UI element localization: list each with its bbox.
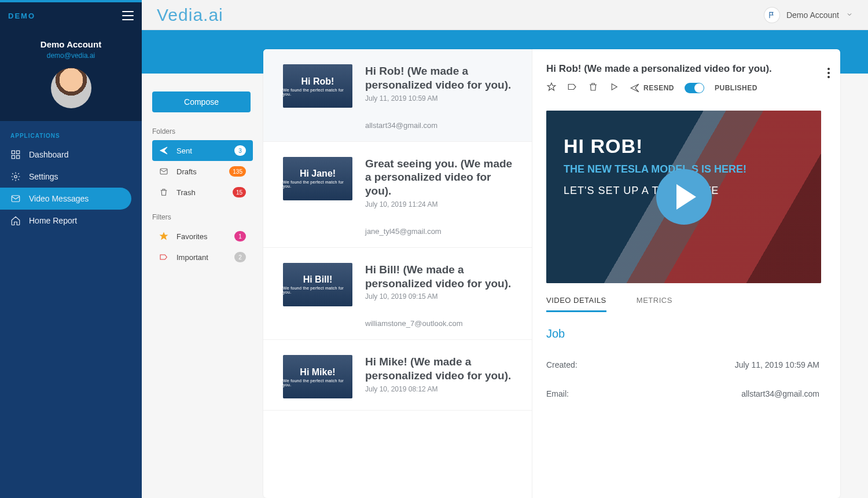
folder-label: Drafts: [176, 167, 197, 176]
kv-key: Email:: [546, 389, 569, 398]
main-panel: Hi Rob!We found the perfect match for yo…: [263, 49, 840, 498]
section-heading: Job: [546, 327, 824, 340]
home-icon: [10, 215, 21, 226]
folder-badge: 135: [229, 166, 246, 177]
message-date: July 10, 2019 08:12 AM: [365, 385, 514, 393]
svg-point-4: [14, 175, 17, 178]
detail-pane: Hi Rob! (We made a personalized video fo…: [532, 49, 840, 498]
message-row[interactable]: Hi Jane!We found the perfect match for y…: [263, 142, 532, 248]
message-row[interactable]: Hi Rob!We found the perfect match for yo…: [263, 49, 532, 142]
message-thumb: Hi Jane!We found the perfect match for y…: [283, 157, 352, 200]
filter-label: Favorites: [176, 232, 207, 241]
video-line1: HI ROB!: [564, 135, 804, 158]
user-name: Demo Account: [786, 10, 839, 20]
svg-rect-5: [12, 196, 20, 202]
kv-val: July 11, 2019 10:59 AM: [735, 360, 819, 369]
kv-val: allstart34@gmail.com: [741, 389, 819, 398]
account-block: Demo Account demo@vedia.ai: [0, 29, 142, 121]
detail-title: Hi Rob! (We made a personalized video fo…: [546, 63, 824, 75]
kv-row: Created: July 11, 2019 10:59 AM: [546, 360, 824, 369]
account-name: Demo Account: [0, 39, 142, 49]
folder-label: Sent: [176, 147, 192, 155]
message-date: July 11, 2019 10:59 AM: [365, 94, 514, 102]
brand-logo: Vedia.ai: [157, 5, 223, 25]
filter-favorites[interactable]: Favorites 1: [152, 226, 253, 247]
resend-label: RESEND: [643, 84, 674, 92]
filter-label: Important: [176, 253, 208, 262]
gear-icon: [10, 171, 21, 182]
tag-icon[interactable]: [567, 82, 578, 94]
filter-badge: 2: [234, 252, 246, 262]
message-email: jane_tyl45@gmail.com: [365, 227, 514, 236]
folders-heading: Folders: [152, 127, 253, 136]
folder-drafts[interactable]: Drafts 135: [152, 161, 253, 182]
trash-icon[interactable]: [588, 82, 598, 94]
play-icon[interactable]: [609, 82, 619, 94]
kv-key: Created:: [546, 360, 578, 369]
video-preview[interactable]: HI ROB! THE NEW TESLA MODEL S IS HERE! L…: [546, 111, 821, 283]
message-title: Hi Rob! (We made a personalized video fo…: [365, 64, 514, 92]
detail-tabs: VIDEO DETAILS METRICS: [546, 296, 824, 312]
filters-heading: Filters: [152, 213, 253, 221]
sidebar-item-label: Home Report: [29, 216, 77, 225]
message-title: Hi Bill! (We made a personalized video f…: [365, 263, 514, 291]
sidebar: DEMO Demo Account demo@vedia.ai APPLICAT…: [0, 0, 142, 498]
avatar[interactable]: [51, 68, 91, 108]
topbar: Vedia.ai Demo Account: [142, 0, 868, 30]
nav-heading: APPLICATIONS: [0, 121, 142, 144]
message-thumb: Hi Bill!We found the perfect match for y…: [283, 263, 352, 306]
resend-button[interactable]: RESEND: [630, 83, 674, 93]
sidebar-item-label: Settings: [29, 172, 58, 181]
folder-label: Trash: [176, 188, 196, 197]
dashboard-icon: [10, 149, 21, 160]
sidebar-item-video-messages[interactable]: Video Messages: [0, 188, 131, 210]
folders-column: Compose Folders Sent 3 Drafts 135 Trash …: [142, 81, 263, 498]
svg-rect-2: [12, 156, 14, 159]
folder-badge: 3: [234, 145, 246, 156]
filter-important[interactable]: Important 2: [152, 247, 253, 268]
message-date: July 10, 2019 11:24 AM: [365, 200, 514, 208]
tab-video-details[interactable]: VIDEO DETAILS: [546, 296, 606, 312]
kv-row: Email: allstart34@gmail.com: [546, 389, 824, 398]
star-icon[interactable]: [546, 82, 557, 94]
detail-toolbar: RESEND PUBLISHED: [546, 82, 824, 94]
message-title: Hi Mike! (We made a personalized video f…: [365, 355, 514, 383]
message-thumb: Hi Rob!We found the perfect match for yo…: [283, 64, 352, 108]
demo-tag: DEMO: [8, 12, 35, 20]
sidebar-item-dashboard[interactable]: Dashboard: [0, 144, 142, 166]
message-title: Great seeing you. (We made a personalize…: [365, 157, 514, 198]
more-icon[interactable]: [827, 68, 830, 78]
message-email: williamstone_7@outlook.com: [365, 319, 514, 328]
compose-button[interactable]: Compose: [152, 91, 251, 112]
sidebar-top: DEMO: [0, 0, 142, 29]
svg-rect-6: [160, 169, 167, 174]
chevron-down-icon: [846, 10, 853, 20]
message-date: July 10, 2019 09:15 AM: [365, 292, 514, 301]
sidebar-item-label: Video Messages: [29, 194, 89, 203]
sidebar-item-home-report[interactable]: Home Report: [0, 210, 142, 232]
published-toggle[interactable]: [685, 83, 704, 93]
flag-icon: [764, 8, 779, 23]
video-play-icon[interactable]: [656, 169, 712, 225]
account-email: demo@vedia.ai: [0, 52, 142, 60]
folder-trash[interactable]: Trash 15: [152, 182, 253, 203]
filter-badge: 1: [234, 231, 246, 241]
message-row[interactable]: Hi Bill!We found the perfect match for y…: [263, 248, 532, 340]
mail-icon: [10, 193, 21, 204]
sidebar-item-settings[interactable]: Settings: [0, 166, 142, 188]
hamburger-icon[interactable]: [122, 11, 134, 20]
svg-rect-0: [12, 151, 14, 153]
tab-metrics[interactable]: METRICS: [637, 296, 672, 312]
message-row[interactable]: Hi Mike!We found the perfect match for y…: [263, 340, 532, 411]
published-label: PUBLISHED: [715, 84, 757, 92]
folder-badge: 15: [233, 187, 246, 197]
sidebar-item-label: Dashboard: [29, 150, 69, 159]
svg-rect-3: [17, 156, 20, 159]
message-thumb: Hi Mike!We found the perfect match for y…: [283, 355, 352, 398]
user-menu[interactable]: Demo Account: [764, 8, 853, 23]
messages-list: Hi Rob!We found the perfect match for yo…: [263, 49, 532, 498]
svg-rect-1: [17, 151, 20, 153]
folder-sent[interactable]: Sent 3: [152, 140, 253, 161]
message-email: allstart34@gmail.com: [365, 121, 514, 130]
